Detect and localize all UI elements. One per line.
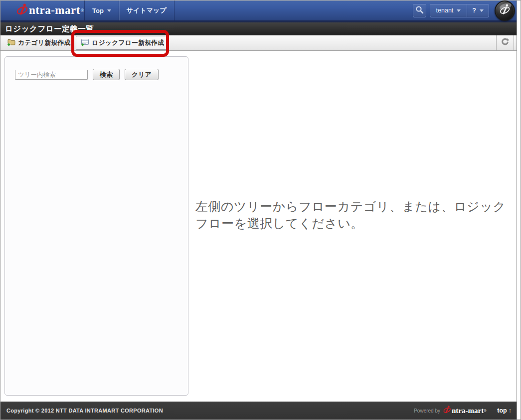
footer-intra-mart-logo[interactable]: ntra-mart ® [443,405,486,417]
nav-menu: Top サイトマップ [84,0,174,20]
intra-mart-i-icon [443,405,451,417]
intra-mart-orb-logo[interactable] [495,0,515,21]
refresh-button[interactable] [496,35,514,50]
up-arrow-icon: ↑ [509,407,512,414]
nav-right-controls: tenant ? [413,0,515,20]
nav-item-sitemap-label: サイトマップ [127,6,167,15]
nav-account-group: tenant ? [430,4,489,17]
folder-plus-icon [7,38,15,48]
tree-search-row: 検索 クリア [5,57,188,80]
tenant-dropdown[interactable]: tenant [430,4,467,17]
app-window: ntra-mart ® Top サイトマップ [0,0,517,420]
create-category-button[interactable]: カテゴリ新規作成 [7,38,70,48]
nav-item-sitemap[interactable]: サイトマップ [119,0,174,20]
chevron-down-icon [457,9,461,12]
brand-text: ntra-mart [29,4,80,17]
chevron-down-icon [107,9,111,12]
main-content: 検索 クリア 左側のツリーからフローカテゴリ、または、ロジックフローを選択してく… [0,51,517,402]
chevron-down-icon [480,9,484,12]
document-plus-icon [81,38,89,48]
intra-mart-i-icon [500,3,511,18]
tree-search-button[interactable]: 検索 [93,69,120,80]
back-to-top-link[interactable]: top ↑ [497,407,512,414]
tree-panel: 検索 クリア [4,56,188,396]
empty-state-message: 左側のツリーからフローカテゴリ、または、ロジックフローを選択してください。 [195,198,516,232]
nav-item-top[interactable]: Top [84,0,119,20]
search-icon [415,5,424,16]
top-link-label: top [497,407,507,414]
window-gutter [517,0,521,420]
footer-brand-text: ntra-mart [452,407,484,415]
powered-by-label: Powered by [414,408,440,414]
copyright-text: Copyright © 2012 NTT DATA INTRAMART CORP… [6,408,163,414]
footer-brand-registered-mark: ® [484,409,486,413]
refresh-icon [501,38,509,48]
tenant-label: tenant [436,7,454,14]
footer: Copyright © 2012 NTT DATA INTRAMART CORP… [0,402,517,420]
nav-item-top-label: Top [92,7,104,14]
create-logicflow-button[interactable]: ロジックフロー新規作成 [76,36,169,50]
browser-page: ntra-mart ® Top サイトマップ [0,0,521,420]
intra-mart-logo[interactable]: ntra-mart ® [0,0,84,20]
brand-registered-mark: ® [81,8,84,13]
help-label: ? [472,7,476,14]
help-dropdown[interactable]: ? [467,4,489,17]
footer-right: Powered by ntra-mart ® top ↑ [414,402,512,420]
toolbar: カテゴリ新規作成 ロジックフロー新規作成 [0,35,517,51]
search-button[interactable] [413,4,426,17]
create-logicflow-label: ロジックフロー新規作成 [92,38,164,47]
create-category-label: カテゴリ新規作成 [18,38,70,47]
top-nav: ntra-mart ® Top サイトマップ [0,0,517,22]
tree-search-input[interactable] [15,70,88,80]
intra-mart-i-icon [16,2,28,19]
tree-clear-button[interactable]: クリア [125,69,159,80]
page-title: ロジックフロー定義一覧 [0,22,517,35]
